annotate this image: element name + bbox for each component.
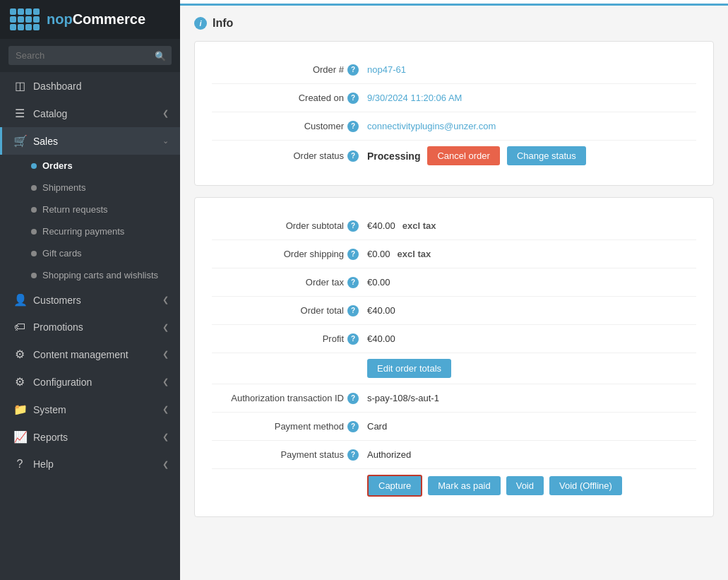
order-tax-row: Order tax ? €0.00 bbox=[212, 268, 696, 297]
chevron-left-icon: ❮ bbox=[162, 432, 169, 442]
payment-method-value: Card bbox=[367, 421, 696, 432]
help-tooltip-icon[interactable]: ? bbox=[347, 93, 359, 104]
payment-actions-row: Capture Mark as paid Void Void (Offline) bbox=[212, 469, 696, 502]
sidebar-item-label: Sales bbox=[33, 136, 155, 147]
reports-icon: 📈 bbox=[13, 430, 26, 444]
sidebar-subitem-shopping-carts[interactable]: Shopping carts and wishlists bbox=[0, 264, 180, 286]
sidebar-item-reports[interactable]: 📈 Reports ❮ bbox=[0, 423, 180, 451]
search-input[interactable] bbox=[8, 46, 172, 65]
dot-icon bbox=[31, 229, 37, 235]
auth-transaction-value: s-pay-108/s-aut-1 bbox=[367, 393, 696, 403]
auth-transaction-row: Authorization transaction ID ? s-pay-108… bbox=[212, 384, 696, 413]
order-number-link[interactable]: nop47-61 bbox=[367, 64, 406, 75]
sidebar-subitem-return-requests[interactable]: Return requests bbox=[0, 199, 180, 220]
dot-icon bbox=[31, 251, 37, 256]
chevron-down-icon: ⌄ bbox=[162, 136, 169, 146]
help-icon: ? bbox=[13, 458, 26, 470]
chevron-left-icon: ❮ bbox=[162, 405, 169, 414]
order-number-value: nop47-61 bbox=[367, 64, 696, 75]
sidebar-subitem-recurring-payments[interactable]: Recurring payments bbox=[0, 220, 180, 242]
help-tooltip-icon[interactable]: ? bbox=[347, 277, 359, 288]
payment-status-row: Payment status ? Authorized bbox=[212, 441, 696, 469]
order-status-value: Processing Cancel order Change status bbox=[367, 146, 696, 165]
sidebar-subitem-label: Shopping carts and wishlists bbox=[42, 270, 158, 280]
dot-icon bbox=[31, 185, 37, 191]
sidebar-item-label: System bbox=[33, 404, 155, 415]
payment-status-text: Authorized bbox=[367, 449, 411, 460]
cancel-order-button[interactable]: Cancel order bbox=[427, 146, 499, 165]
order-total-row: Order total ? €40.00 bbox=[212, 297, 696, 325]
help-tooltip-icon[interactable]: ? bbox=[347, 64, 359, 76]
order-status-row: Order status ? Processing Cancel order C… bbox=[212, 141, 696, 171]
edit-totals-row: Edit order totals bbox=[212, 353, 696, 384]
void-offline-button[interactable]: Void (Offline) bbox=[549, 476, 622, 495]
sidebar-item-configuration[interactable]: ⚙ Configuration ❮ bbox=[0, 368, 180, 396]
payment-method-label: Payment method ? bbox=[212, 421, 367, 432]
order-info-card: Order # ? nop47-61 Created on ? 9/30/202… bbox=[194, 41, 714, 186]
tax-amount: €0.00 bbox=[367, 277, 390, 288]
help-tooltip-icon[interactable]: ? bbox=[347, 150, 359, 162]
subtotal-tax-label: excl tax bbox=[402, 220, 436, 231]
payment-buttons-group: Capture Mark as paid Void Void (Offline) bbox=[367, 475, 696, 497]
customer-row: Customer ? connectivityplugins@unzer.com bbox=[212, 112, 696, 141]
sidebar-subitem-label: Orders bbox=[42, 160, 73, 171]
chevron-left-icon: ❮ bbox=[162, 109, 169, 118]
sidebar-item-label: Catalog bbox=[33, 108, 155, 119]
help-tooltip-icon[interactable]: ? bbox=[347, 449, 359, 461]
customer-email-link[interactable]: connectivityplugins@unzer.com bbox=[367, 121, 496, 131]
help-tooltip-icon[interactable]: ? bbox=[347, 121, 359, 132]
sidebar-item-sales[interactable]: 🛒 Sales ⌄ bbox=[0, 127, 180, 155]
sidebar-item-dashboard[interactable]: ◫ Dashboard bbox=[0, 72, 180, 100]
order-tax-label: Order tax ? bbox=[212, 277, 367, 288]
profit-amount: €40.00 bbox=[367, 333, 395, 344]
edit-totals-value: Edit order totals bbox=[367, 359, 696, 378]
sidebar-item-label: Customers bbox=[33, 295, 155, 306]
sidebar: nopCommerce 🔍 ◫ Dashboard ☰ Catalog ❮ 🛒 … bbox=[0, 0, 180, 580]
payment-method-text: Card bbox=[367, 421, 387, 432]
sidebar-subitem-shipments[interactable]: Shipments bbox=[0, 177, 180, 199]
help-tooltip-icon[interactable]: ? bbox=[347, 421, 359, 432]
mark-as-paid-button[interactable]: Mark as paid bbox=[428, 476, 500, 495]
sidebar-item-promotions[interactable]: 🏷 Promotions ❮ bbox=[0, 314, 180, 341]
sidebar-item-customers[interactable]: 👤 Customers ❮ bbox=[0, 286, 180, 314]
order-shipping-row: Order shipping ? €0.00 excl tax bbox=[212, 240, 696, 268]
help-tooltip-icon[interactable]: ? bbox=[347, 393, 359, 404]
cart-icon: 🛒 bbox=[13, 134, 26, 148]
chevron-left-icon: ❮ bbox=[162, 377, 169, 386]
help-tooltip-icon[interactable]: ? bbox=[347, 333, 359, 345]
configuration-icon: ⚙ bbox=[13, 375, 26, 389]
help-tooltip-icon[interactable]: ? bbox=[347, 220, 359, 232]
main-content: i Info Order # ? nop47-61 Created on ? bbox=[180, 0, 728, 580]
sidebar-item-content-management[interactable]: ⚙ Content management ❮ bbox=[0, 341, 180, 368]
order-number-label: Order # ? bbox=[212, 64, 367, 76]
order-shipping-label: Order shipping ? bbox=[212, 249, 367, 260]
help-tooltip-icon[interactable]: ? bbox=[347, 249, 359, 260]
search-area: 🔍 bbox=[0, 39, 180, 72]
order-subtotal-label: Order subtotal ? bbox=[212, 220, 367, 232]
edit-order-totals-button[interactable]: Edit order totals bbox=[367, 359, 451, 378]
sidebar-subitem-label: Gift cards bbox=[42, 248, 82, 259]
order-subtotal-value: €40.00 excl tax bbox=[367, 220, 696, 231]
sidebar-item-label: Promotions bbox=[33, 321, 155, 333]
sidebar-subitem-gift-cards[interactable]: Gift cards bbox=[0, 242, 180, 264]
payment-status-value: Authorized bbox=[367, 449, 696, 460]
order-status-text: Processing bbox=[367, 150, 420, 162]
sidebar-item-catalog[interactable]: ☰ Catalog ❮ bbox=[0, 100, 180, 127]
sidebar-subitem-orders[interactable]: Orders bbox=[0, 155, 180, 177]
sidebar-item-help[interactable]: ? Help ❮ bbox=[0, 451, 180, 478]
sidebar-item-label: Dashboard bbox=[33, 81, 169, 92]
dot-icon bbox=[31, 273, 37, 278]
order-tax-value: €0.00 bbox=[367, 277, 696, 288]
order-number-row: Order # ? nop47-61 bbox=[212, 56, 696, 84]
chevron-left-icon: ❮ bbox=[162, 350, 169, 359]
help-tooltip-icon[interactable]: ? bbox=[347, 305, 359, 316]
change-status-button[interactable]: Change status bbox=[507, 146, 586, 165]
info-icon: i bbox=[194, 17, 207, 30]
order-subtotal-row: Order subtotal ? €40.00 excl tax bbox=[212, 212, 696, 240]
sidebar-item-system[interactable]: 📁 System ❮ bbox=[0, 396, 180, 423]
void-button[interactable]: Void bbox=[506, 476, 544, 495]
capture-button[interactable]: Capture bbox=[367, 475, 422, 497]
promotions-icon: 🏷 bbox=[13, 321, 26, 333]
sidebar-item-label: Content management bbox=[33, 349, 155, 360]
customer-label: Customer ? bbox=[212, 121, 367, 132]
